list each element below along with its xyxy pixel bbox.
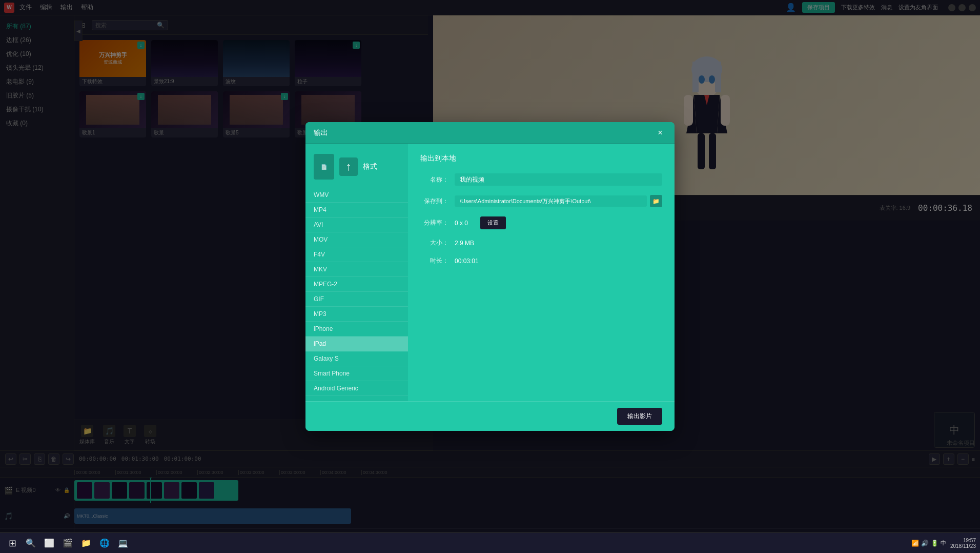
path-input[interactable] bbox=[455, 195, 647, 207]
dialog-left-top: 📄 ↑ 格式 bbox=[305, 149, 408, 188]
taskbar-terminal[interactable]: 💻 bbox=[115, 535, 131, 551]
format-smartphone[interactable]: Smart Phone bbox=[305, 366, 408, 381]
format-ipad[interactable]: iPad bbox=[305, 337, 408, 351]
taskbar-search[interactable]: 🔍 bbox=[23, 535, 39, 551]
format-android[interactable]: Android Generic bbox=[305, 381, 408, 396]
taskbar-folder[interactable]: 📁 bbox=[78, 535, 94, 551]
taskbar-clock: 19:57 2018/11/23 bbox=[950, 538, 976, 549]
tray-network-icon[interactable]: 📶 bbox=[911, 540, 919, 547]
format-iphone[interactable]: iPhone bbox=[305, 322, 408, 337]
dialog-output-panel: 输出到本地 名称： 保存到： 📁 分辨率： 0 x bbox=[408, 144, 675, 401]
dialog-format-panel: 📄 ↑ 格式 WMV MP4 AVI MOV F4V MKV MPEG-2 GI… bbox=[305, 144, 408, 401]
taskbar-browser[interactable]: 🌐 bbox=[96, 535, 113, 551]
saveto-label: 保存到： bbox=[420, 197, 448, 206]
tray-battery-icon[interactable]: 🔋 bbox=[931, 540, 938, 547]
format-galaxys[interactable]: Galaxy S bbox=[305, 351, 408, 366]
resolution-label: 分辨率： bbox=[420, 219, 448, 227]
format-mov[interactable]: MOV bbox=[305, 232, 408, 247]
output-duration-field: 时长： 00:03:01 bbox=[420, 256, 662, 265]
output-size-field: 大小： 2.9 MB bbox=[420, 239, 662, 247]
taskbar-date-display: 2018/11/23 bbox=[950, 543, 976, 549]
format-gif[interactable]: GIF bbox=[305, 292, 408, 307]
taskbar: ⊞ 🔍 ⬜ 🎬 📁 🌐 💻 📶 🔊 🔋 中 19:57 2018/11/23 bbox=[0, 532, 980, 553]
taskbar-right: 📶 🔊 🔋 中 19:57 2018/11/23 bbox=[911, 538, 976, 549]
size-value: 2.9 MB bbox=[455, 240, 474, 247]
dialog-body: 📄 ↑ 格式 WMV MP4 AVI MOV F4V MKV MPEG-2 GI… bbox=[305, 144, 675, 401]
output-resolution-field: 分辨率： 0 x 0 设置 bbox=[420, 216, 662, 229]
resolution-settings-button[interactable]: 设置 bbox=[480, 216, 506, 229]
duration-value: 00:03:01 bbox=[455, 258, 479, 265]
tray-lang-icon[interactable]: 中 bbox=[941, 539, 946, 547]
resolution-value: 0 x 0 bbox=[455, 220, 468, 227]
path-field: 📁 bbox=[455, 195, 662, 207]
taskbar-app[interactable]: 🎬 bbox=[59, 535, 76, 551]
name-input[interactable] bbox=[455, 173, 662, 186]
format-mkv[interactable]: MKV bbox=[305, 262, 408, 277]
duration-label: 时长： bbox=[420, 256, 448, 265]
start-button[interactable]: ⊞ bbox=[4, 535, 21, 551]
format-upload-icon: 📄 bbox=[314, 154, 334, 180]
output-section-title: 输出到本地 bbox=[420, 154, 662, 163]
dialog-footer: 输出影片 bbox=[305, 401, 675, 431]
format-section-label: 格式 bbox=[363, 162, 377, 171]
export-dialog: 输出 × 📄 ↑ 格式 WMV MP4 AVI bbox=[305, 122, 675, 431]
size-label: 大小： bbox=[420, 239, 448, 247]
taskbar-time-display: 19:57 bbox=[950, 538, 976, 543]
taskbar-taskview[interactable]: ⬜ bbox=[41, 535, 57, 551]
tray-volume-icon[interactable]: 🔊 bbox=[921, 540, 929, 547]
format-mp3[interactable]: MP3 bbox=[305, 307, 408, 322]
format-mp4[interactable]: MP4 bbox=[305, 203, 408, 218]
dialog-close-button[interactable]: × bbox=[654, 127, 666, 139]
format-export-icon: ↑ bbox=[339, 157, 358, 176]
dialog-title: 输出 bbox=[314, 128, 328, 137]
taskbar-systray: 📶 🔊 🔋 中 bbox=[911, 539, 946, 547]
output-name-field: 名称： bbox=[420, 173, 662, 186]
format-avi[interactable]: AVI bbox=[305, 218, 408, 232]
browse-button[interactable]: 📁 bbox=[650, 195, 662, 207]
format-f4v[interactable]: F4V bbox=[305, 247, 408, 262]
name-label: 名称： bbox=[420, 175, 448, 184]
format-wmv[interactable]: WMV bbox=[305, 188, 408, 203]
export-button[interactable]: 输出影片 bbox=[617, 408, 662, 425]
format-list: WMV MP4 AVI MOV F4V MKV MPEG-2 GIF MP3 i… bbox=[305, 188, 408, 396]
dialog-header: 输出 × bbox=[305, 122, 675, 144]
format-mpeg2[interactable]: MPEG-2 bbox=[305, 277, 408, 292]
output-saveto-field: 保存到： 📁 bbox=[420, 195, 662, 207]
modal-overlay: 输出 × 📄 ↑ 格式 WMV MP4 AVI bbox=[0, 0, 980, 553]
